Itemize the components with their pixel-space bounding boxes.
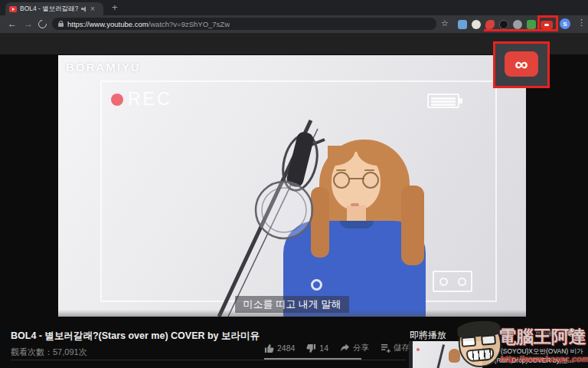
thumbnail-rec-dot <box>416 348 420 351</box>
back-icon[interactable]: ← <box>8 18 17 29</box>
kocpc-mascot-icon <box>456 320 503 368</box>
thumbnail-mic-stand <box>436 344 445 368</box>
like-count: 2484 <box>277 343 295 353</box>
browser-profile-avatar[interactable]: S <box>560 18 570 29</box>
share-label: 分享 <box>353 343 369 353</box>
site-watermark-url: http://www.kocpc.com.tw <box>500 354 588 363</box>
upnext-heading: 即將播放 <box>410 329 446 342</box>
extension-icon-2[interactable] <box>472 20 481 29</box>
youtube-favicon <box>9 6 17 12</box>
page-url: https://www.youtube.com/watch?v=9zShYO_7… <box>67 20 230 28</box>
thumb-down-icon <box>306 343 316 353</box>
view-count: 觀看次數：57,091次 <box>11 347 87 358</box>
lock-icon <box>58 23 64 27</box>
extension-icon-6[interactable] <box>527 20 536 29</box>
address-bar[interactable]: https://www.youtube.com/watch?v=9zShYO_7… <box>52 18 436 30</box>
tab-close-icon[interactable]: × <box>90 5 95 13</box>
share-icon <box>340 343 350 353</box>
bookmark-star-icon[interactable]: ☆ <box>441 18 449 28</box>
video-title: BOL4 - 별보러갈래?(Stars over me) COVER by 보라… <box>11 330 401 343</box>
browser-tab[interactable]: BOL4 - 별보러갈래?(Stars o × <box>5 2 103 15</box>
mascot-glasses-right <box>481 334 496 346</box>
dislike-button[interactable]: 14 <box>306 343 328 353</box>
extension-icon-4[interactable] <box>499 20 508 29</box>
thumb-up-icon <box>264 343 274 353</box>
new-tab-button[interactable]: + <box>112 2 118 13</box>
reload-icon[interactable] <box>37 18 48 30</box>
like-ratio-bar <box>264 358 361 360</box>
site-watermark-name: 電腦王阿達 <box>498 325 586 349</box>
save-button[interactable]: 儲存 <box>381 343 410 353</box>
tab-audio-icon[interactable] <box>81 6 87 12</box>
screen: BOL4 - 별보러갈래?(Stars o × + ← → https://ww… <box>0 0 588 368</box>
section-divider <box>11 360 406 360</box>
annotation-line <box>484 29 556 31</box>
annotation-box-popup <box>493 41 550 88</box>
url-domain: https://www.youtube.com <box>67 20 149 28</box>
extension-icon-5[interactable] <box>513 20 522 29</box>
video-subtitle: 미소를 띠고 내게 말해 <box>235 296 350 313</box>
save-label: 儲存 <box>394 343 410 353</box>
video-actions: 2484 14 分享 儲存 <box>264 343 410 353</box>
save-playlist-icon <box>381 343 390 353</box>
tab-title: BOL4 - 별보러갈래?(Stars o <box>20 5 78 14</box>
thumbnail-edge <box>409 341 413 368</box>
like-button[interactable]: 2484 <box>264 343 295 353</box>
mascot-glasses-left <box>461 336 476 347</box>
extension-icon-1[interactable] <box>458 20 467 29</box>
extension-icon-3[interactable] <box>485 20 495 29</box>
forward-icon[interactable]: → <box>24 18 33 29</box>
video-player[interactable]: BORAMIYU REC <box>58 55 526 317</box>
dislike-count: 14 <box>319 343 328 353</box>
browser-tab-bar: BOL4 - 별보러갈래?(Stars o × + <box>0 0 588 15</box>
share-button[interactable]: 分享 <box>340 343 369 353</box>
microphone-illustration <box>58 55 526 317</box>
url-path: /watch?v=9zShYO_7sZw <box>149 20 230 28</box>
browser-menu-icon[interactable]: ⋮ <box>577 18 586 28</box>
